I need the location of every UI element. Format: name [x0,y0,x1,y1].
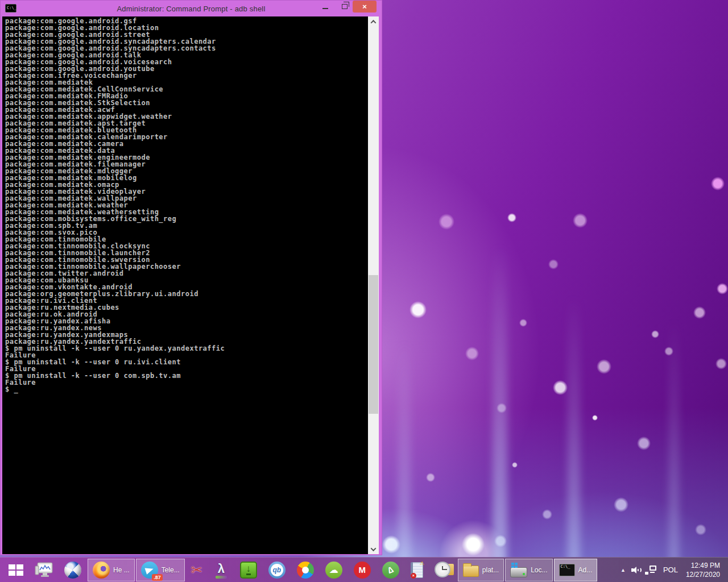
taskbar-item-send-app[interactable]: ∆ [377,559,404,581]
notebook-warning-icon: ⚠ × [411,562,423,578]
terminal-output[interactable]: package:com.google.android.gsfpackage:co… [2,16,368,554]
system-tray: ▲ POL 12:49 PM 12/27/2020 [617,561,725,579]
light-beam [398,341,411,582]
windows-flag-icon [511,563,518,568]
taskbar-item-explorer-folder[interactable]: plat... [458,559,504,581]
globe-browser-icon [64,562,81,579]
download-arrow-icon: ↓ [246,564,251,575]
lambda-icon: λ [214,562,229,579]
network-icon[interactable] [645,565,656,575]
scrollbar-down-button[interactable] [368,544,379,554]
tray-time: 12:49 PM [686,561,720,570]
folder-icon [463,566,479,577]
scrollbar-thumb[interactable] [369,275,378,414]
taskbar-item-pinwheel-app[interactable] [292,559,319,581]
start-button[interactable] [3,559,28,581]
firefox-window-label: He ... [113,566,130,574]
taskbar-item-qbittorrent[interactable]: qb [263,559,291,581]
taskbar-item-cloud-app[interactable]: ☁ [320,559,348,581]
taskbar: He ... .87 Tele... ✂ λ ↓ qb ☁ M ∆ ⚠ [0,557,728,582]
taskbar-clock[interactable]: 12:49 PM 12/27/2020 [685,561,725,579]
disk-window-label: Loc... [531,566,547,574]
close-button[interactable]: × [353,1,377,13]
terminal-line: $ _ [5,386,368,393]
terminal-line: $ pm uninstall -k --user 0 ru.yandex.yan… [5,345,368,352]
light-beam [568,296,580,582]
taskbar-item-firefox[interactable]: He ... [88,559,135,581]
taskbar-item-contacts-warning[interactable]: ⚠ × [406,559,428,581]
telegram-icon: .87 [141,562,158,579]
terminal-line: $ pm uninstall -k --user 0 ru.ivi.client [5,359,368,365]
restore-button[interactable] [336,1,353,13]
drive-led [523,573,525,575]
paint-stripe [216,576,227,579]
cmd-window-label: Ad... [578,566,593,574]
cmd-icon: C:\_ [5,4,16,13]
show-hidden-icons-button[interactable]: ▲ [617,567,629,573]
firefox-icon [93,562,110,579]
analog-clock-icon [435,562,452,579]
taskbar-item-jdownloader[interactable]: ↓ [235,559,262,581]
taskbar-item-lambda-app[interactable]: λ [209,559,234,581]
scissors-icon: ✂ [191,562,202,579]
tray-date: 12/27/2020 [686,570,720,579]
minimize-icon [322,8,328,9]
restore-icon [342,4,348,9]
qbittorrent-icon: qb [268,562,286,579]
taskbar-item-command-prompt[interactable]: C:\_ Ad... [554,559,598,581]
taskbar-item-local-disk[interactable]: Loc... [505,559,552,581]
triangle-glyph: ∆ [385,561,396,579]
chevron-down-icon [371,546,377,551]
telegram-unread-badge: .87 [152,574,163,581]
command-prompt-window: C:\_ Administrator: Command Prompt - adb… [0,0,382,555]
qb-glyph: qb [271,564,283,576]
cmd-taskbar-icon: C:\_ [559,564,575,576]
paper-plane-icon [144,566,154,575]
volume-icon[interactable] [631,565,643,575]
hard-drive-icon [510,567,527,577]
chevron-up-icon [371,19,377,25]
triangle-send-icon: ∆ [382,562,399,579]
taskbar-item-globe-browser[interactable] [59,559,86,581]
taskbar-item-snipping-tool[interactable]: ✂ [186,559,208,581]
error-badge-icon: × [411,573,416,579]
telegram-window-label: Tele... [162,566,180,574]
language-indicator[interactable]: POL [659,566,682,574]
taskbar-item-telegram[interactable]: .87 Tele... [136,559,185,581]
taskbar-item-performance-monitor[interactable] [30,559,58,581]
scrollbar-up-button[interactable] [368,16,379,27]
jdownloader-icon: ↓ [240,562,257,579]
mega-icon: M [354,562,371,579]
terminal-line: $ pm uninstall -k --user 0 com.spb.tv.am [5,372,368,379]
light-beam [493,244,507,582]
taskbar-item-clock-app[interactable] [429,559,457,581]
lambda-glyph: λ [218,562,225,576]
performance-monitor-icon [35,562,53,578]
warning-badge-icon: ⚠ [420,561,424,566]
windows-logo-icon [9,564,23,576]
folder-window-label: plat... [482,566,499,574]
taskbar-item-mega[interactable]: M [349,559,376,581]
terminal-line: Failure [5,379,368,386]
minute-hand [442,569,447,570]
terminal-scrollbar[interactable] [368,16,379,554]
window-titlebar[interactable]: C:\_ Administrator: Command Prompt - adb… [1,1,382,16]
light-beam [669,318,679,582]
pinwheel-icon [297,562,314,579]
minimize-button[interactable] [317,1,334,13]
cloud-icon: ☁ [325,562,342,579]
